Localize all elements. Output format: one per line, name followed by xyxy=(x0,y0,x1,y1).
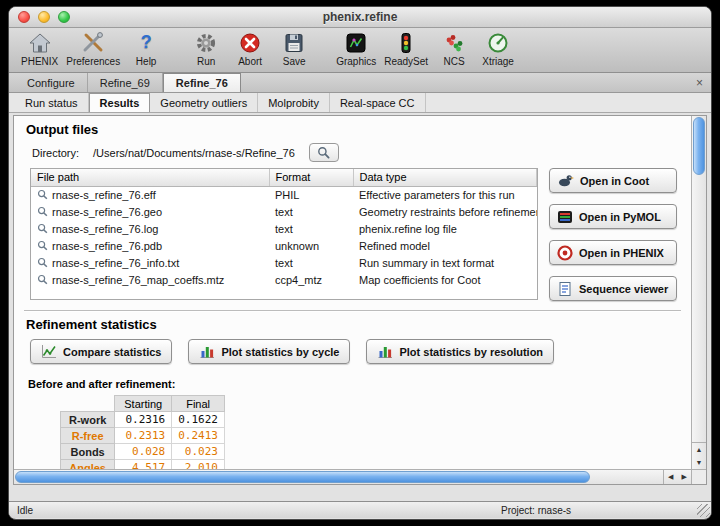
preferences-tools-icon xyxy=(66,29,120,56)
file-row[interactable]: rnase-s_refine_76.log text phenix.refine… xyxy=(31,220,537,237)
toolbar-button-abort[interactable]: Abort xyxy=(228,29,272,67)
file-row[interactable]: rnase-s_refine_76_map_coeffs.mtz ccp4_mt… xyxy=(31,271,537,288)
sequence-document-icon xyxy=(557,281,573,297)
phenix-circle-icon xyxy=(557,245,573,261)
stats-starting-value: 0.2316 xyxy=(115,412,172,428)
scroll-right-arrow[interactable]: ▶ xyxy=(678,470,692,484)
toolbar-button-xtriage[interactable]: Xtriage xyxy=(476,29,520,67)
column-header-format[interactable]: Format xyxy=(269,169,353,186)
stats-row-r-free: R-free 0.2313 0.2413 xyxy=(61,428,225,444)
file-format: unknown xyxy=(269,237,353,254)
scroll-left-arrow[interactable]: ◀ xyxy=(664,470,678,484)
tab-close-button[interactable]: × xyxy=(696,73,703,93)
open-in-phenix-button[interactable]: Open in PHENIX xyxy=(549,240,677,265)
stats-starting-value: 4.517 xyxy=(115,460,172,470)
ncs-icon xyxy=(436,29,472,56)
project-label: Project: rnase-s xyxy=(501,505,571,516)
titlebar[interactable]: phenix.refine xyxy=(9,7,711,28)
minimize-window-button[interactable] xyxy=(38,11,50,23)
subtab-run-status[interactable]: Run status xyxy=(15,93,89,112)
vertical-scroll-arrows: ▲ ▼ xyxy=(692,442,706,469)
status-text: Idle xyxy=(17,505,33,516)
browse-directory-button[interactable] xyxy=(309,143,339,162)
results-panel: Output files Directory: /Users/nat/Docum… xyxy=(14,116,691,469)
tab-refine-76[interactable]: Refine_76 xyxy=(163,73,241,92)
magnifier-icon xyxy=(37,189,48,200)
column-header-data-type[interactable]: Data type xyxy=(353,169,537,186)
stats-row-label: R-work xyxy=(61,412,115,428)
horizontal-scroll-arrows: ◀ ▶ xyxy=(663,470,691,484)
toolbar-button-run[interactable]: Run xyxy=(184,29,228,67)
coot-bird-icon xyxy=(557,173,574,188)
sequence-viewer-button[interactable]: Sequence viewer xyxy=(549,276,677,301)
status-bar: Idle Project: rnase-s xyxy=(9,501,711,518)
save-floppy-icon xyxy=(276,29,312,56)
toolbar-button-phenix[interactable]: PHENIX xyxy=(17,29,62,67)
scroll-down-arrow[interactable]: ▼ xyxy=(692,456,706,469)
subtab-molprobity[interactable]: Molprobity xyxy=(258,93,330,112)
stats-corner-cell xyxy=(61,396,115,412)
open-buttons-column: Open in Coot Open in PyMOL Open in PHENI… xyxy=(549,168,677,301)
toolbar-button-help[interactable]: ? Help xyxy=(124,29,168,67)
stats-row-label: R-free xyxy=(61,428,115,444)
subtab-geometry-outliers[interactable]: Geometry outliers xyxy=(150,93,258,112)
toolbar-label: Run xyxy=(188,56,224,67)
file-row[interactable]: rnase-s_refine_76.geo text Geometry rest… xyxy=(31,203,537,220)
help-question-icon: ? xyxy=(128,29,164,56)
pymol-icon xyxy=(557,209,573,225)
subtab-results[interactable]: Results xyxy=(89,93,151,112)
toolbar-button-preferences[interactable]: Preferences xyxy=(62,29,124,67)
open-in-coot-label: Open in Coot xyxy=(580,175,649,187)
resize-grip[interactable] xyxy=(697,504,710,517)
toolbar-label: PHENIX xyxy=(21,56,58,67)
file-row[interactable]: rnase-s_refine_76.pdb unknown Refined mo… xyxy=(31,237,537,254)
horizontal-scrollbar-thumb[interactable] xyxy=(15,471,590,483)
file-row[interactable]: rnase-s_refine_76_info.txt text Run summ… xyxy=(31,254,537,271)
scrollbar-corner xyxy=(691,469,706,484)
before-after-label: Before and after refinement: xyxy=(28,378,681,390)
line-chart-icon xyxy=(41,344,57,359)
abort-icon xyxy=(232,29,268,56)
compare-statistics-button[interactable]: Compare statistics xyxy=(30,339,172,364)
magnifier-icon xyxy=(37,274,48,285)
magnifier-icon xyxy=(317,146,330,159)
horizontal-scrollbar[interactable]: ◀ ▶ xyxy=(14,469,691,484)
toolbar-label: Help xyxy=(128,56,164,67)
scroll-up-arrow[interactable]: ▲ xyxy=(692,443,706,456)
file-path: rnase-s_refine_76.eff xyxy=(52,189,156,201)
toolbar-button-graphics[interactable]: Graphics xyxy=(332,29,380,67)
vertical-scrollbar[interactable]: ▲ ▼ xyxy=(691,116,706,469)
bar-chart-icon xyxy=(199,344,215,359)
open-in-coot-button[interactable]: Open in Coot xyxy=(549,168,677,193)
main-tabbar: Configure Refine_69 Refine_76 × xyxy=(9,73,711,93)
close-window-button[interactable] xyxy=(18,11,30,23)
tab-refine-69[interactable]: Refine_69 xyxy=(88,73,163,92)
zoom-window-button[interactable] xyxy=(58,11,70,23)
stats-row-label: Bonds xyxy=(61,444,115,460)
tab-configure[interactable]: Configure xyxy=(15,73,88,92)
toolbar-button-ncs[interactable]: NCS xyxy=(432,29,476,67)
toolbar-label: Graphics xyxy=(336,56,376,67)
graphics-icon xyxy=(336,29,376,56)
plot-by-resolution-label: Plot statistics by resolution xyxy=(399,346,543,358)
toolbar-label: Save xyxy=(276,56,312,67)
stats-final-value: 0.1622 xyxy=(172,412,225,428)
toolbar-label: Abort xyxy=(232,56,268,67)
file-row[interactable]: rnase-s_refine_76.eff PHIL Effective par… xyxy=(31,186,537,203)
section-divider xyxy=(24,310,681,312)
plot-by-cycle-button[interactable]: Plot statistics by cycle xyxy=(188,339,350,364)
magnifier-icon xyxy=(37,240,48,251)
file-datatype: phenix.refine log file xyxy=(353,220,537,237)
open-in-pymol-button[interactable]: Open in PyMOL xyxy=(549,204,677,229)
file-path: rnase-s_refine_76_info.txt xyxy=(52,257,179,269)
stats-col-final: Final xyxy=(172,396,225,412)
vertical-scrollbar-thumb[interactable] xyxy=(693,117,705,175)
toolbar-button-save[interactable]: Save xyxy=(272,29,316,67)
column-header-file-path[interactable]: File path xyxy=(31,169,269,186)
toolbar-label: Preferences xyxy=(66,56,120,67)
toolbar-button-readyset[interactable]: ReadySet xyxy=(380,29,432,67)
subtab-real-space-cc[interactable]: Real-space CC xyxy=(330,93,426,112)
xtriage-gauge-icon xyxy=(480,29,516,56)
file-datatype: Effective parameters for this run xyxy=(353,186,537,203)
plot-by-resolution-button[interactable]: Plot statistics by resolution xyxy=(366,339,554,364)
